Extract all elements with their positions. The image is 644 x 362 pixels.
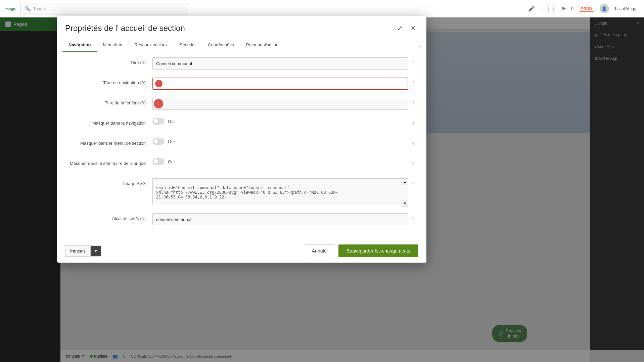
masquer-nav-toggle[interactable]: [152, 118, 165, 125]
titre-field: [152, 57, 408, 70]
lang-dropdown-btn[interactable]: ▼: [90, 245, 102, 257]
nav-title-input[interactable]: [152, 78, 408, 90]
form-row-nav-title: Titre de navigation (fr) ?: [65, 78, 418, 91]
lang-selector-label: français: [65, 245, 90, 257]
masquer-menu-label: Masquer dans le menu de section: [65, 138, 152, 146]
top-bar: magnolia 🔍 Trouver... 🎤 ⋮⋮⋮ 6• 0 PROD 👤 …: [0, 0, 644, 17]
magnolia-logo-icon: magnolia: [5, 3, 16, 14]
svg-scroll-up-btn[interactable]: ▲: [402, 178, 408, 185]
masquer-nav-toggle-label: Oui: [168, 119, 175, 124]
masquer-sommaire-toggle[interactable]: [152, 158, 165, 165]
masquer-nav-label: Masquer dans la navigation: [65, 118, 152, 126]
search-placeholder: Trouver...: [33, 6, 53, 11]
titre-label: Titre (fr): [65, 57, 152, 65]
alias-help[interactable]: ?: [408, 213, 418, 221]
masquer-menu-toggle-label: Oui: [168, 139, 175, 144]
maximize-btn[interactable]: ⤢: [394, 23, 405, 34]
app-logo: magnolia: [5, 3, 16, 14]
svg-scroll-down-btn[interactable]: ▼: [402, 200, 408, 207]
alias-input[interactable]: [152, 213, 408, 225]
close-dialog-btn[interactable]: ✕: [408, 23, 418, 34]
tab-personalization[interactable]: Personnalisation: [240, 39, 284, 52]
form-row-alias: Alias affiché/s (fr) ?: [65, 213, 418, 227]
masquer-sommaire-toggle-row: Oui: [152, 158, 408, 165]
search-bar[interactable]: 🔍 Trouver...: [20, 3, 188, 14]
form-row-masquer-sommaire: Masquer dans le sommaire de rubrique Oui…: [65, 158, 418, 172]
masquer-menu-toggle-row: Oui: [152, 138, 408, 145]
svg-label: Image SVG: [65, 178, 152, 186]
svg-textarea[interactable]: [152, 178, 408, 205]
form-row-titre: Titre (fr) ?: [65, 57, 418, 71]
grid-icon[interactable]: ⋮⋮⋮: [540, 5, 556, 12]
window-title-label: Titre de la fenêtre (fr): [65, 98, 152, 105]
masquer-sommaire-field: Oui: [152, 158, 408, 165]
form-row-masquer-nav: Masquer dans la navigation Oui ?: [65, 118, 418, 131]
nav-title-label: Titre de navigation (fr): [65, 78, 152, 85]
dialog-tabs: Navigation Meta data Réseaux sociaux Sec…: [57, 39, 426, 52]
tab-metadata[interactable]: Meta data: [97, 39, 128, 52]
masquer-sommaire-label: Masquer dans le sommaire de rubrique: [65, 158, 152, 166]
toggle-thumb-3: [153, 159, 158, 164]
form-row-svg: Image SVG ▲ ▼ ?: [65, 178, 418, 207]
masquer-nav-field: Oui: [152, 118, 408, 125]
titre-input[interactable]: [152, 57, 408, 70]
alias-label: Alias affiché/s (fr): [65, 213, 152, 221]
user-name: Tissot Margot: [614, 6, 639, 11]
dialog-body: Titre (fr) ? Titre de navigation (fr) ? …: [57, 52, 426, 239]
masquer-menu-toggle[interactable]: [152, 138, 165, 145]
tab-metadata-label: Meta data: [103, 42, 122, 47]
tab-security[interactable]: Securité: [174, 39, 202, 52]
tab-next-btn[interactable]: ›: [416, 41, 424, 49]
dialog: Propriétés de l' accueil de section ⤢ ✕ …: [57, 16, 426, 263]
tab-social-label: Réseaux sociaux: [134, 42, 168, 47]
mic-icon[interactable]: 🎤: [528, 5, 535, 12]
form-section: Titre (fr) ? Titre de navigation (fr) ? …: [57, 52, 426, 239]
toggle-thumb: [153, 119, 158, 124]
svg-field: ▲ ▼: [152, 178, 408, 207]
user-icon-symbol: 👤: [602, 6, 607, 11]
alias-field: [152, 213, 408, 225]
search-icon: 🔍: [25, 6, 30, 11]
maximize-icon: ⤢: [397, 25, 402, 32]
form-row-window-title: Titre de la fenêtre (fr) ?: [65, 98, 418, 111]
tab-coordinates[interactable]: Coordonnées: [202, 39, 240, 52]
tab-navigation-label: Navigation: [68, 42, 91, 47]
top-bar-actions: 🎤 ⋮⋮⋮ 6• 0 PROD 👤 Tissot Margot: [528, 4, 639, 13]
dialog-header-actions: ⤢ ✕: [394, 23, 418, 34]
titre-help[interactable]: ?: [408, 57, 418, 65]
close-icon: ✕: [411, 25, 416, 32]
footer-actions: Annuler Sauvegarder les changements: [305, 244, 418, 257]
language-selector: français ▼: [65, 245, 101, 257]
nav-title-field: [152, 78, 408, 90]
svg-help[interactable]: ?: [408, 178, 418, 186]
environment-badge: PROD: [579, 6, 594, 12]
window-title-input[interactable]: [152, 98, 408, 110]
tab-security-label: Securité: [180, 42, 196, 47]
save-btn[interactable]: Sauvegarder les changements: [338, 244, 418, 257]
tab-coordinates-label: Coordonnées: [208, 42, 234, 47]
masquer-menu-field: Oui: [152, 138, 408, 145]
masquer-sommaire-help[interactable]: ?: [408, 158, 418, 166]
masquer-menu-help[interactable]: ?: [408, 138, 418, 146]
toggle-thumb-2: [153, 139, 158, 144]
masquer-sommaire-toggle-label: Oui: [168, 159, 175, 164]
masquer-nav-help[interactable]: ?: [408, 118, 418, 126]
dialog-title: Propriétés de l' accueil de section: [65, 24, 185, 33]
user-avatar[interactable]: 👤: [600, 4, 609, 13]
masquer-nav-toggle-row: Oui: [152, 118, 408, 125]
dialog-header: Propriétés de l' accueil de section ⤢ ✕: [57, 16, 426, 39]
tab-navigation[interactable]: Navigation: [62, 39, 97, 52]
window-title-help[interactable]: ?: [408, 98, 418, 105]
notification-count: 6•: [562, 6, 566, 11]
tab-personalization-label: Personnalisation: [246, 42, 278, 47]
svg-text:magnolia: magnolia: [5, 7, 16, 11]
form-row-masquer-menu: Masquer dans le menu de section Oui ?: [65, 138, 418, 151]
dialog-footer: français ▼ Annuler Sauvegarder les chang…: [57, 239, 426, 263]
window-title-field: [152, 98, 408, 110]
cancel-btn[interactable]: Annuler: [305, 244, 335, 257]
tab-social[interactable]: Réseaux sociaux: [128, 39, 174, 52]
alerts-icon[interactable]: 0: [571, 6, 573, 11]
nav-title-help[interactable]: ?: [408, 78, 418, 85]
